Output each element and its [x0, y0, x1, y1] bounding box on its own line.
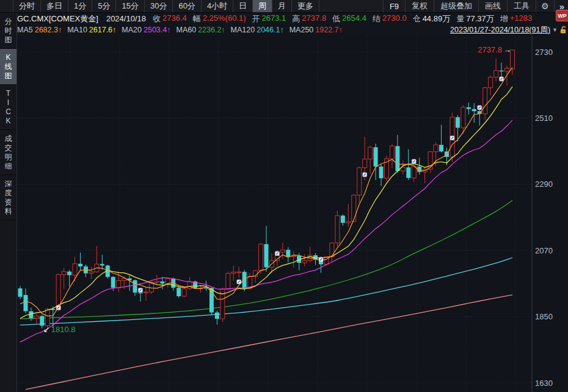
quote-field-low: 低2654.4 — [332, 13, 366, 24]
period-tab-timeshare[interactable]: 分时 — [13, 0, 40, 12]
candle-body-down — [406, 167, 410, 178]
period-tab-weekly[interactable]: 周 — [252, 0, 272, 12]
period-tab-15min[interactable]: 15分 — [115, 0, 144, 12]
candle-body-up — [45, 309, 49, 325]
period-tabbar: 分时多日1分5分15分30分60分4小时日周月更多 F9复权超级叠加画线工具⚙» — [0, 0, 568, 13]
candle-body-up — [226, 274, 230, 289]
period-tabs: 分时多日1分5分15分30分60分4小时日周月更多 — [13, 0, 319, 12]
period-tab-30min[interactable]: 30分 — [144, 0, 172, 12]
tool-toolbox[interactable]: 工具 — [507, 0, 536, 12]
ma-value-ma60: 2236.2↑ — [198, 26, 225, 34]
candle-body-down — [177, 288, 181, 296]
ma-item-ma5: MA52682.3↑ — [17, 26, 62, 34]
candle-body-down — [264, 244, 268, 267]
wp-overlay-badge[interactable]: WP — [556, 10, 568, 21]
candle-body-down — [215, 313, 219, 319]
date-range[interactable]: 2023/01/27-2024/10/18(91周) — [450, 25, 550, 35]
sidebar-item-timeshare-chart[interactable]: 分时图 — [0, 13, 16, 49]
settings-gear-icon[interactable]: ⚙ — [536, 0, 554, 12]
symbol-name: GC.CMX[COMEX黄金] — [17, 13, 98, 24]
sidebar-item-tick[interactable]: TICK — [0, 85, 16, 130]
quote-label-high: 高 — [292, 13, 300, 24]
candle-body-up — [34, 316, 38, 318]
candle-body-down — [111, 277, 115, 288]
period-tab-1min[interactable]: 1分 — [68, 0, 92, 12]
tool-draw-line[interactable]: 画线 — [478, 0, 507, 12]
dropdown-triangle-icon[interactable]: ▼ — [552, 27, 558, 33]
quote-value-low: 2654.4 — [342, 13, 366, 24]
candle-body-up — [155, 281, 159, 282]
candle-body-up — [166, 278, 170, 283]
y-axis-label: 2070 — [535, 246, 553, 255]
ma-item-ma20: MA202503.4↑ — [122, 26, 170, 34]
quote-value-open-interest: 44.89万 — [423, 13, 451, 24]
quote-field-oi-change: 增+1283 — [500, 13, 533, 24]
candle-body-up — [494, 71, 498, 78]
quote-value-close: 2736.4 — [162, 13, 187, 24]
period-tab-4hour[interactable]: 4小时 — [201, 0, 233, 12]
sidebar-item-kline-chart[interactable]: K线图 — [0, 49, 16, 85]
candle-body-up — [401, 167, 405, 171]
quote-value-oi-change: +1283 — [510, 13, 533, 24]
sidebar-item-trade-detail[interactable]: 成交明细 — [0, 130, 16, 175]
unlock-icon[interactable] — [559, 26, 567, 34]
quote-field-volume: 量77.37万 — [456, 13, 494, 24]
candle-body-up — [335, 216, 340, 243]
period-tab-60min[interactable]: 60分 — [172, 0, 200, 12]
quote-field-change: 幅2.25%(60.1) — [193, 13, 246, 24]
range-selector: 2023/01/27-2024/10/18(91周) ▼ — [450, 25, 568, 35]
quote-value-settle: 2730.0 — [382, 13, 407, 24]
quote-label-open-interest: 仓 — [413, 13, 421, 24]
ma-item-ma120: MA1202046.1↑ — [231, 26, 284, 34]
candle-body-up — [489, 77, 493, 87]
candle-body-down — [379, 167, 384, 178]
candle-body-up — [259, 244, 263, 270]
quote-label-change: 幅 — [193, 13, 201, 24]
kline-chart-svg: 273025102290207018501630 — [0, 35, 568, 392]
ma-value-ma250: 1922.7↑ — [315, 26, 342, 34]
candle-body-up — [237, 272, 241, 272]
sidebar-item-depth-info[interactable]: 深度资料 — [0, 175, 16, 220]
candle-body-up — [302, 260, 307, 263]
ma-item-ma250: MA2501922.7↑ — [289, 26, 343, 34]
ma-label-ma5: MA5 — [17, 26, 33, 34]
candle-body-up — [412, 167, 416, 178]
quote-date: 2024/10/18 — [106, 14, 146, 23]
candle-body-up — [182, 289, 186, 296]
tool-super-overlay[interactable]: 超级叠加 — [434, 0, 478, 12]
candle-body-up — [62, 272, 66, 275]
candle-body-down — [100, 264, 104, 265]
candle-body-down — [133, 280, 137, 292]
y-axis-label: 1630 — [535, 379, 553, 388]
candle-body-up — [352, 195, 356, 222]
ma-item-ma60: MA602236.2↑ — [176, 26, 225, 34]
ma-value-ma5: 2682.3↑ — [35, 26, 62, 34]
candle-body-up — [434, 145, 438, 151]
ma-line-ma250 — [26, 295, 512, 390]
period-tab-5min[interactable]: 5分 — [92, 0, 115, 12]
quote-field-settle: 结2730.0 — [373, 13, 407, 24]
candle-body-up — [149, 282, 153, 292]
candle-body-up — [390, 146, 394, 159]
period-tab-more[interactable]: 更多 — [291, 0, 319, 12]
period-tab-multiday[interactable]: 多日 — [40, 0, 68, 12]
ma-label-ma60: MA60 — [176, 26, 196, 34]
candle-body-up — [144, 292, 148, 292]
tool-f9[interactable]: F9 — [383, 0, 405, 12]
period-tab-daily[interactable]: 日 — [233, 0, 252, 12]
candle-body-down — [160, 281, 164, 283]
period-tab-monthly[interactable]: 月 — [272, 0, 291, 12]
chart-canvas[interactable]: 273025102290207018501630 2737.8 → ↙ 1810… — [0, 35, 568, 392]
ma-line-ma5 — [20, 68, 512, 316]
candle-body-up — [73, 264, 77, 275]
quote-label-volume: 量 — [456, 13, 464, 24]
ma-value-ma10: 2617.6↑ — [89, 26, 116, 34]
tool-adjust[interactable]: 复权 — [405, 0, 434, 12]
quote-field-high: 高2737.8 — [292, 13, 326, 24]
toolbar: F9复权超级叠加画线工具⚙» — [383, 0, 568, 12]
quote-field-open: 开2673.1 — [252, 13, 286, 24]
y-axis-label: 2290 — [535, 180, 553, 189]
candle-body-down — [23, 295, 27, 311]
quote-value-volume: 77.37万 — [466, 13, 494, 24]
ma-label-ma20: MA20 — [122, 26, 142, 34]
